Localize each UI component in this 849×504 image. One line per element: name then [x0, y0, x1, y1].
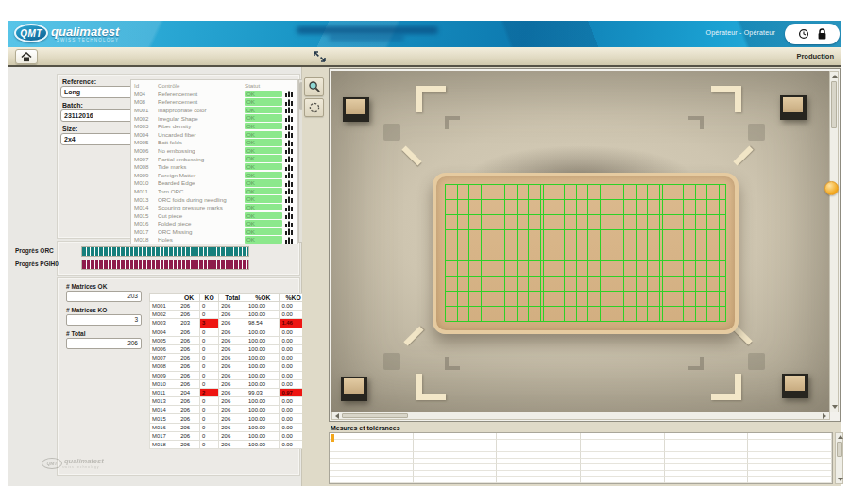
scroll-up-arrow[interactable] [832, 75, 838, 78]
control-row[interactable]: M008Tide marksOK [131, 162, 297, 171]
measures-cell[interactable] [581, 445, 665, 452]
control-row[interactable]: M010Bearded EdgeOK [131, 179, 297, 188]
stats-row[interactable]: M0022060206100.000.00 [150, 311, 308, 319]
scroll-left-arrow[interactable] [335, 413, 339, 419]
stats-row[interactable]: M0182060206100.000.00 [150, 441, 308, 449]
control-row[interactable]: M002Irregular ShapeOK [131, 114, 297, 123]
specimen[interactable] [433, 173, 739, 334]
expand-view-button[interactable] [310, 49, 329, 64]
measures-cell[interactable] [497, 471, 581, 478]
histogram-icon[interactable] [282, 106, 296, 113]
measures-cell[interactable] [665, 477, 749, 483]
control-row[interactable]: M005Batt foldsOK [131, 139, 297, 147]
stats-row[interactable]: M0062060206100.000.00 [150, 344, 308, 353]
measures-cell[interactable] [497, 440, 581, 446]
history-clock-icon[interactable] [798, 28, 809, 40]
control-row[interactable]: M015Cut pieceOK [131, 211, 297, 220]
measures-cell[interactable] [748, 445, 832, 452]
measures-cell[interactable] [581, 464, 665, 471]
histogram-icon[interactable] [282, 123, 296, 130]
measures-cell[interactable] [665, 445, 749, 452]
control-row[interactable]: M006No embossingOK [131, 146, 297, 155]
histogram-icon[interactable] [282, 204, 296, 211]
histogram-icon[interactable] [282, 220, 296, 227]
measures-cell[interactable] [497, 459, 581, 465]
measures-cell[interactable] [748, 433, 832, 440]
total-field[interactable]: 206 [66, 338, 142, 349]
measures-cell[interactable] [581, 459, 665, 465]
measures-cell[interactable] [414, 464, 498, 471]
matrices-ko-field[interactable]: 3 [66, 314, 142, 326]
roi-circle-tool-button[interactable] [304, 98, 324, 117]
measures-cell[interactable] [497, 477, 581, 483]
stats-row[interactable]: M011204220699.030.97 [150, 388, 308, 396]
histogram-icon[interactable] [282, 236, 296, 244]
lock-icon[interactable] [817, 28, 827, 41]
measures-cell[interactable] [748, 477, 832, 483]
matrices-ok-field[interactable]: 203 [66, 291, 142, 302]
control-row[interactable]: M018HolesOK [131, 236, 297, 244]
measures-cell[interactable] [748, 452, 832, 459]
measures-cell[interactable] [665, 471, 749, 478]
measures-cell[interactable] [581, 440, 665, 446]
control-row[interactable]: M017ORC MissingOK [131, 227, 297, 236]
measures-cell[interactable] [414, 440, 498, 446]
stats-row[interactable]: M003203320698.541.46 [150, 319, 308, 328]
histogram-icon[interactable] [282, 187, 296, 194]
measures-cell[interactable] [665, 433, 749, 440]
control-row[interactable]: M016Folded pieceOK [131, 220, 297, 228]
measures-cell[interactable] [497, 452, 581, 459]
histogram-icon[interactable] [282, 211, 296, 219]
measures-cell[interactable] [581, 477, 665, 483]
stats-row[interactable]: M0072060206100.000.00 [150, 354, 308, 362]
measures-cell[interactable] [497, 464, 581, 471]
histogram-icon[interactable] [282, 139, 296, 146]
measures-cell[interactable] [330, 477, 414, 483]
histogram-icon[interactable] [282, 98, 296, 106]
measures-cell[interactable] [330, 440, 414, 446]
measures-cell[interactable] [330, 452, 414, 459]
stats-row[interactable]: M0092060206100.000.00 [150, 371, 308, 379]
control-row[interactable]: M013ORC folds during needlingOK [131, 195, 297, 204]
measures-cell[interactable] [414, 471, 498, 478]
stats-row[interactable]: M0052060206100.000.00 [150, 336, 308, 344]
zoom-tool-button[interactable] [304, 77, 324, 96]
measures-cell[interactable] [748, 459, 832, 465]
control-row[interactable]: M001Inappropriate colorOK [131, 106, 297, 114]
stats-row[interactable]: M0042060206100.000.00 [150, 328, 308, 336]
measures-cell[interactable] [330, 471, 414, 478]
measures-cell[interactable] [330, 459, 414, 465]
measures-cell[interactable] [665, 464, 749, 471]
measures-cell[interactable] [414, 459, 498, 465]
measures-cell[interactable] [581, 452, 665, 459]
control-row[interactable]: M009Foreign MatterOK [131, 171, 297, 179]
measures-cell[interactable] [748, 464, 832, 471]
viewer-vertical-scrollbar[interactable] [829, 71, 839, 412]
measures-cell[interactable] [330, 464, 414, 471]
stats-row[interactable]: M0102060206100.000.00 [150, 379, 308, 388]
measures-cell[interactable] [414, 445, 498, 452]
measures-cell[interactable] [665, 440, 749, 446]
control-row[interactable]: M08ReferencementOK [131, 98, 297, 107]
measures-cell[interactable] [665, 452, 749, 459]
measures-table[interactable] [329, 432, 833, 484]
stats-row[interactable]: M0162060206100.000.00 [150, 423, 308, 431]
measures-cell[interactable] [330, 433, 414, 440]
histogram-icon[interactable] [282, 146, 296, 154]
histogram-icon[interactable] [282, 163, 296, 171]
histogram-icon[interactable] [282, 90, 296, 97]
stats-row[interactable]: M0012060206100.000.00 [150, 302, 308, 311]
control-row[interactable]: M003Fiber densityOK [131, 122, 297, 130]
stats-row[interactable]: M0172060206100.000.00 [150, 431, 308, 440]
inspection-photo[interactable] [331, 71, 829, 412]
measures-cell[interactable] [497, 433, 581, 440]
measures-cell[interactable] [748, 471, 832, 478]
histogram-icon[interactable] [282, 114, 296, 122]
stats-row[interactable]: M0082060206100.000.00 [150, 362, 308, 371]
measures-cell[interactable] [748, 440, 832, 446]
control-row[interactable]: M007Partial embossingOK [131, 155, 297, 163]
control-row[interactable]: M014Scouring pressure marksOK [131, 203, 297, 211]
measures-scrollbar[interactable] [835, 432, 843, 484]
control-row[interactable]: M004Uncarded fiberOK [131, 130, 297, 139]
viewer-horizontal-scrollbar[interactable] [331, 412, 830, 420]
